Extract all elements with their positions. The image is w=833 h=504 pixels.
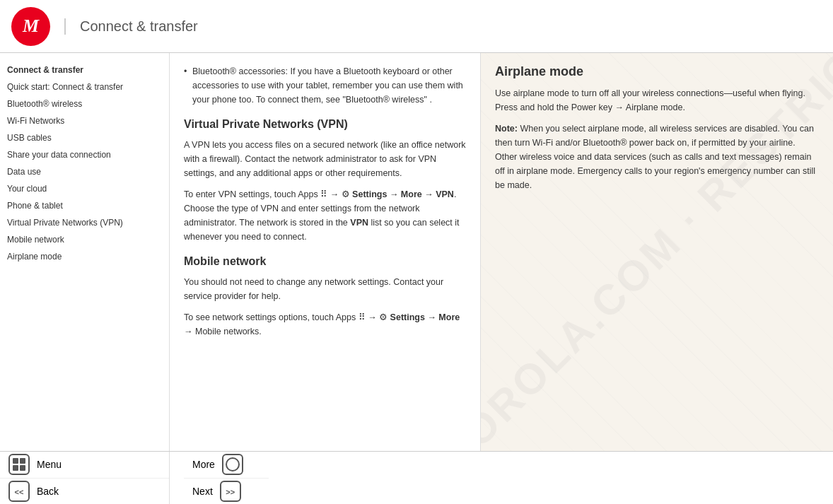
sidebar-item-airplane-mode[interactable]: Airplane mode (0, 248, 169, 265)
main-panel: Bluetooth® accessories: If you have a Bl… (170, 53, 481, 451)
sidebar-item-connect-transfer[interactable]: Connect & transfer (0, 61, 169, 78)
next-button[interactable]: Next (184, 479, 269, 505)
grid-icon (13, 458, 25, 471)
footer: Menu Back More Next (0, 451, 833, 504)
logo-letter: M (23, 16, 39, 37)
bluetooth-wireless-link[interactable]: "Bluetooth® wireless" (342, 95, 427, 105)
menu-label: Menu (37, 459, 62, 470)
arrow-left-icon (15, 486, 24, 497)
next-label: Next (192, 486, 213, 497)
motorola-logo: M (11, 7, 50, 46)
airplane-mode-para1: Use airplane mode to turn off all your w… (495, 86, 819, 115)
sidebar-item-data-use[interactable]: Data use (0, 163, 169, 180)
menu-button[interactable]: Menu (0, 452, 169, 479)
airplane-mode-note: Note: When you select airplane mode, all… (495, 122, 819, 192)
sidebar-nav: Connect & transfer Quick start: Connect … (0, 61, 169, 443)
vpn-para2: To enter VPN settings, touch Apps ⠿ → ⚙ … (184, 187, 466, 244)
mobile-para1: You should not need to change any networ… (184, 275, 466, 303)
menu-icon (8, 454, 30, 475)
footer-left: Menu Back (0, 452, 170, 504)
mobile-para2: To see network settings options, touch A… (184, 310, 466, 339)
circle-icon (226, 457, 240, 471)
bluetooth-accessories-end: . (429, 95, 431, 105)
more-button[interactable]: More (184, 452, 269, 479)
sidebar-item-quick-start[interactable]: Quick start: Connect & transfer (0, 78, 169, 95)
arrow-right-icon (226, 486, 235, 497)
more-label: More (192, 459, 215, 470)
note-label: Note: (495, 124, 518, 134)
vpn-heading: Virtual Private Networks (VPN) (184, 118, 466, 131)
sidebar-item-wifi[interactable]: Wi-Fi Networks (0, 112, 169, 129)
back-button[interactable]: Back (0, 479, 169, 505)
sidebar-item-usb[interactable]: USB cables (0, 129, 169, 146)
content-area: Bluetooth® accessories: If you have a Bl… (170, 53, 833, 451)
main-container: Connect & transfer Quick start: Connect … (0, 53, 833, 451)
right-panel: MOTOROLA.COM · RESTRICTED Airplane mode … (481, 53, 833, 451)
note-text: When you select airplane mode, all wirel… (495, 124, 815, 190)
sidebar-item-share-data[interactable]: Share your data connection (0, 146, 169, 163)
sidebar: Connect & transfer Quick start: Connect … (0, 53, 170, 451)
sidebar-item-phone-tablet[interactable]: Phone & tablet (0, 197, 169, 214)
next-icon (220, 481, 241, 502)
footer-right: More Next (170, 452, 833, 504)
page-title: Connect & transfer (64, 18, 198, 35)
vpn-para1: A VPN lets you access files on a secured… (184, 138, 466, 180)
sidebar-item-mobile-network[interactable]: Mobile network (0, 231, 169, 248)
bluetooth-accessories-bullet: Bluetooth® accessories: If you have a Bl… (184, 64, 466, 107)
header: M Connect & transfer (0, 0, 833, 53)
sidebar-item-bluetooth[interactable]: Bluetooth® wireless (0, 95, 169, 112)
sidebar-item-cloud[interactable]: Your cloud (0, 180, 169, 197)
mobile-network-heading: Mobile network (184, 255, 466, 268)
bluetooth-accessories-label: Bluetooth® accessories: (192, 66, 288, 76)
more-icon (222, 454, 243, 475)
sidebar-item-vpn[interactable]: Virtual Private Networks (VPN) (0, 214, 169, 231)
back-label: Back (37, 486, 59, 497)
back-icon (8, 481, 30, 502)
airplane-mode-heading: Airplane mode (495, 64, 819, 79)
